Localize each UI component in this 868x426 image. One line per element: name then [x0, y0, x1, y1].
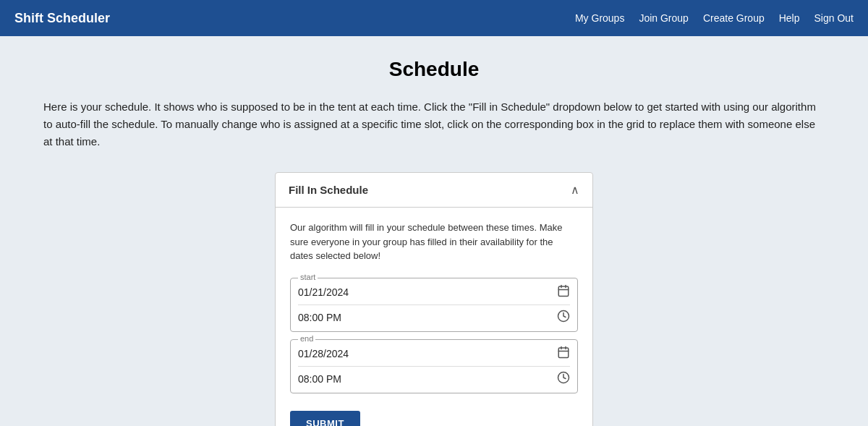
chevron-up-icon[interactable]: ∧ [571, 183, 579, 197]
svg-rect-5 [558, 348, 569, 358]
card-title: Fill In Schedule [289, 184, 368, 196]
start-divider [298, 304, 570, 305]
page-description: Here is your schedule. It shows who is s… [43, 98, 825, 150]
app-brand: Shift Scheduler [14, 11, 110, 26]
end-label: end [298, 334, 315, 343]
start-time-row: 08:00 PM [298, 310, 570, 325]
end-divider [298, 366, 570, 367]
navbar: Shift Scheduler My Groups Join Group Cre… [0, 0, 868, 36]
start-date-row: 01/21/2024 [298, 284, 570, 300]
card-body: Our algorithm will fill in your schedule… [276, 208, 592, 426]
end-field-group: end 01/28/2024 08:00 PM [290, 339, 578, 393]
start-date-calendar-icon[interactable] [557, 284, 570, 300]
svg-rect-0 [558, 286, 569, 297]
end-time-row: 08:00 PM [298, 371, 570, 387]
start-label: start [298, 273, 318, 281]
create-group-link[interactable]: Create Group [703, 12, 765, 24]
submit-button[interactable]: SUBMIT [290, 411, 360, 427]
start-time-clock-icon[interactable] [557, 310, 570, 325]
navbar-links: My Groups Join Group Create Group Help S… [575, 12, 854, 24]
card-header: Fill In Schedule ∧ [276, 173, 592, 208]
start-time-value: 08:00 PM [298, 312, 341, 323]
start-field-group: start 01/21/2024 08:00 PM [290, 278, 578, 332]
end-date-value: 01/28/2024 [298, 348, 349, 359]
end-date-calendar-icon[interactable] [557, 346, 570, 362]
end-date-row: 01/28/2024 [298, 346, 570, 362]
my-groups-link[interactable]: My Groups [575, 12, 624, 24]
join-group-link[interactable]: Join Group [639, 12, 688, 24]
start-date-value: 01/21/2024 [298, 286, 349, 298]
page-title: Schedule [43, 58, 825, 81]
main-content: Schedule Here is your schedule. It shows… [0, 36, 868, 426]
help-link[interactable]: Help [779, 12, 800, 24]
sign-out-link[interactable]: Sign Out [814, 12, 854, 24]
end-time-value: 08:00 PM [298, 373, 341, 385]
end-time-clock-icon[interactable] [557, 371, 570, 387]
card-description: Our algorithm will fill in your schedule… [290, 221, 578, 263]
fill-schedule-card: Fill In Schedule ∧ Our algorithm will fi… [275, 172, 593, 426]
